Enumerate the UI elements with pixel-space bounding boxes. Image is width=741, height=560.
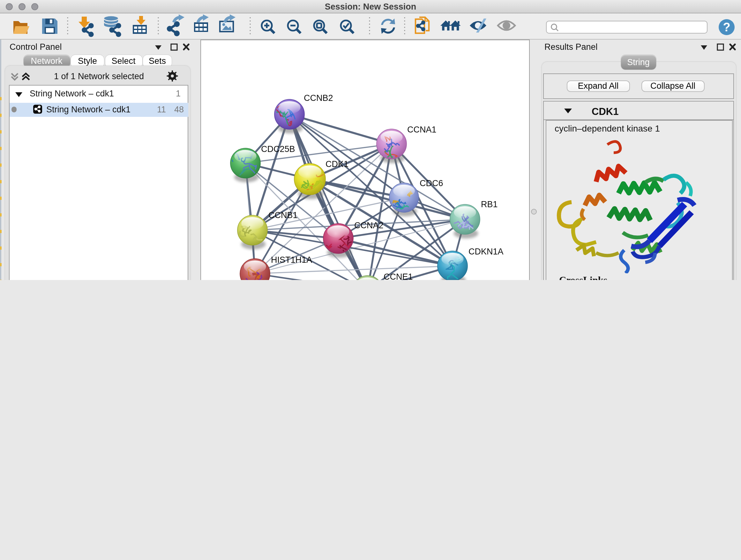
svg-text:CDKN1A: CDKN1A — [468, 246, 503, 256]
svg-text:CDC25B: CDC25B — [261, 144, 295, 153]
svg-text:CCNE1: CCNE1 — [383, 272, 413, 280]
svg-text:CCNA1: CCNA1 — [407, 125, 436, 134]
svg-text:HIST1H1A: HIST1H1A — [271, 255, 312, 264]
svg-text:?: ? — [723, 20, 730, 34]
svg-text:CCNB2: CCNB2 — [304, 93, 333, 103]
svg-text:RB1: RB1 — [481, 199, 497, 209]
svg-text:CCNA2: CCNA2 — [354, 220, 383, 230]
svg-text:CDC6: CDC6 — [419, 178, 443, 188]
svg-text:CDK1: CDK1 — [325, 159, 348, 169]
svg-text:CCNB1: CCNB1 — [268, 210, 297, 220]
